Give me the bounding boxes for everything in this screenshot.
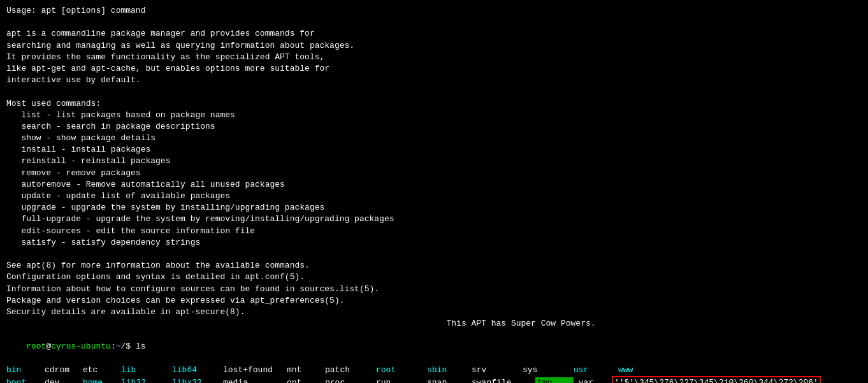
desc-line-2: searching and managing as well as queryi… [6,40,862,52]
cmd-reinstall: reinstall - reinstall packages [6,155,862,167]
ls-row-1: bin cdrom etc lib lib64 lost+found mnt p… [6,365,862,376]
prompt-path-1: ~ [116,342,121,351]
prompt-colon-1: : [111,342,116,351]
ls-opt: opt [287,377,325,383]
blank-3 [6,249,862,260]
ls-proc: proc [325,377,376,383]
prompt-hash-1: $ [126,342,136,351]
desc-line-1: apt is a commandline package manager and… [6,28,862,40]
cmd-remove: remove - remove packages [6,168,862,179]
see-aptconf: Configuration options and syntax is deta… [6,271,862,283]
ls-patch: patch [325,365,376,376]
desc-line-5: interactive use by default. [6,75,862,86]
prompt-user-1: root [26,342,46,351]
ls-sys: sys [523,365,574,376]
cmd-show: show - show package details [6,133,862,144]
ls-bin: bin [6,365,45,376]
ls-var: var [574,377,612,383]
desc-line-3: It provides the same functionality as th… [6,52,862,63]
cmd-full-upgrade: full-upgrade - upgrade the system by rem… [6,213,862,225]
ls-unicode-path: ''$'\345\276\227\345\210\260\344\272\206… [612,376,821,383]
ls-dev: dev [45,377,83,383]
ls-lib: lib [121,365,172,376]
ls-sbin: sbin [427,365,472,376]
ls-root: root [376,365,427,376]
ls-srv: srv [472,365,523,376]
see-apt8: See apt(8) for more information about th… [6,260,862,271]
ls-prompt-line: root@cyrus-ubuntu:~/$ ls [6,329,862,365]
cmd-update: update - update list of available packag… [6,191,862,202]
ls-libx32: libx32 [172,377,223,383]
cmd-search: search - search in package descriptions [6,121,862,133]
ls-home: home [83,377,121,383]
ls-run: run [376,377,427,383]
ls-row-2: boot dev home lib32 libx32 media opt pro… [6,376,862,383]
ls-swapfile: swapfile [472,377,535,383]
ls-cdrom: cdrom [45,365,83,376]
ls-command: ls [136,342,146,351]
ls-tmp: tmp [535,377,574,383]
ls-www: www [618,365,633,376]
blank-1 [6,17,862,28]
ls-lib32: lib32 [121,377,172,383]
ls-lib64: lib64 [172,365,223,376]
cmd-upgrade: upgrade - upgrade the system by installi… [6,202,862,213]
cmd-autoremove: autoremove - Remove automatically all un… [6,179,862,191]
ls-snap: snap [427,377,472,383]
desc-line-4: like apt-get and apt-cache, but enables … [6,63,862,75]
ls-boot: boot [6,377,45,383]
see-sources: Information about how to configure sourc… [6,284,862,295]
blank-2 [6,86,862,98]
cow-powers: This APT has Super Cow Powers. [6,318,862,329]
terminal: Usage: apt [options] command apt is a co… [6,5,862,383]
see-secure: Security details are available in apt-se… [6,307,862,318]
ls-lost-found: lost+found [223,365,287,376]
usage-line: Usage: apt [options] command [6,5,862,17]
cmd-edit-sources: edit-sources - edit the source informati… [6,226,862,237]
ls-media: media [223,377,287,383]
prompt-host-1: cyrus-ubuntu [51,342,111,351]
see-preferences: Package and version choices can be expre… [6,295,862,307]
cmd-install: install - install packages [6,144,862,155]
ls-mnt: mnt [287,365,325,376]
ls-etc: etc [83,365,121,376]
most-used-label: Most used commands: [6,98,862,110]
ls-usr: usr [574,365,618,376]
cmd-satisfy: satisfy - satisfy dependency strings [6,237,862,249]
cmd-list: list - list packages based on package na… [6,110,862,121]
